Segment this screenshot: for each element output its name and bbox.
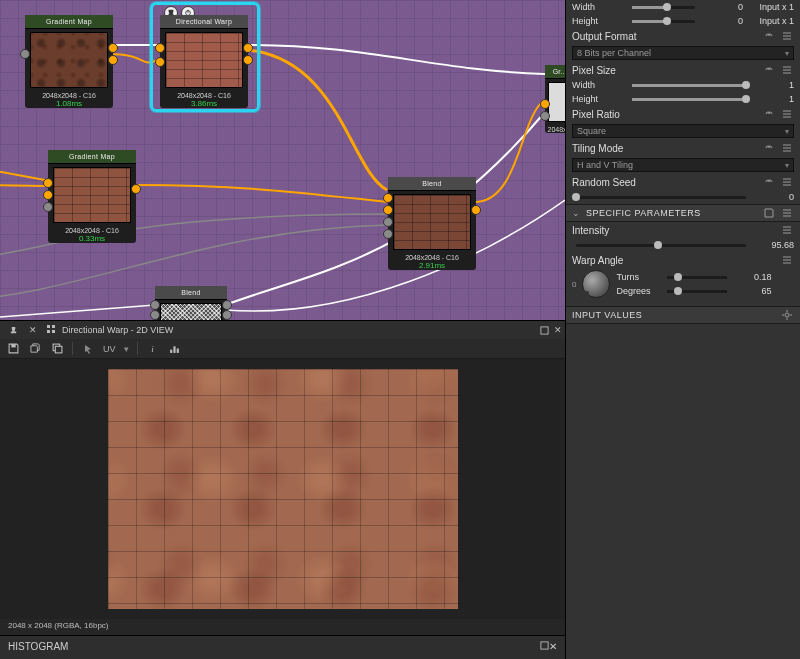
maximize-icon[interactable] [537,323,551,337]
node-gradient-map-1[interactable]: Gradient Map 2048x2048 - C16 1.08ms [25,15,113,108]
save-icon[interactable] [762,207,776,219]
section-title: INPUT VALUES [572,310,642,320]
angle-dial[interactable] [582,270,610,298]
maximize-icon[interactable] [540,641,549,652]
link-icon[interactable] [762,64,776,76]
menu-icon[interactable] [780,224,794,236]
output-port[interactable] [471,205,481,215]
save-all-icon[interactable] [28,342,42,356]
pixel-width-slider[interactable] [632,84,746,87]
copy-icon[interactable] [50,342,64,356]
view-2d-tabbar: ✕ Directional Warp - 2D VIEW ✕ [0,321,565,339]
input-port[interactable] [43,178,53,188]
node-blend-2[interactable]: Blend [155,286,227,320]
random-seed-value: 0 [756,192,794,202]
degrees-value: 65 [733,286,771,296]
node-directional-warp[interactable]: Directional Warp 2048x2048 - C16 3.86ms [160,15,248,108]
menu-icon[interactable] [780,142,794,154]
input-port[interactable] [383,229,393,239]
input-port[interactable] [540,99,550,109]
menu-icon[interactable] [780,64,794,76]
chevron-down-icon[interactable]: ▾ [124,344,129,354]
output-port[interactable] [243,55,253,65]
output-port[interactable] [222,300,232,310]
cursor-icon[interactable] [81,342,95,356]
pixel-width-label: Width [572,80,622,90]
chevron-down-icon: ▾ [785,161,789,170]
pin-icon[interactable] [6,323,20,337]
info-icon[interactable]: i [146,342,160,356]
section-input-values[interactable]: INPUT VALUES [566,306,800,324]
section-specific-parameters[interactable]: ⌄ SPECIFIC PARAMETERS [566,204,800,222]
output-port[interactable] [222,310,232,320]
input-port[interactable] [155,57,165,67]
close-icon[interactable]: ✕ [26,323,40,337]
uv-label[interactable]: UV [103,344,116,354]
input-port[interactable] [383,193,393,203]
turns-slider[interactable] [667,276,727,279]
output-port[interactable] [243,43,253,53]
input-port[interactable] [155,43,165,53]
input-port[interactable] [43,202,53,212]
node-gradient-map-2[interactable]: Gradient Map 2048x2048 - C16 0.33ms [48,150,136,243]
random-seed-row: Random Seed [566,174,800,190]
menu-icon[interactable] [780,30,794,42]
intensity-value: 95.68 [756,240,794,250]
view-2d-canvas[interactable] [0,359,565,619]
input-port[interactable] [43,190,53,200]
random-seed-slider-row: 0 [566,190,800,204]
output-format-dropdown[interactable]: 8 Bits per Channel▾ [572,46,794,60]
node-graph[interactable]: Gradient Map 2048x2048 - C16 1.08ms Dire… [0,0,565,320]
close-icon[interactable]: ✕ [549,641,557,652]
node-thumbnail [160,303,222,320]
input-port[interactable] [150,310,160,320]
input-port[interactable] [150,300,160,310]
pixel-ratio-dropdown[interactable]: Square▾ [572,124,794,138]
histogram-bar: HISTOGRAM ✕ [0,635,565,657]
input-port[interactable] [383,217,393,227]
node-title: Gradient Map [48,150,136,164]
width-slider[interactable] [632,6,695,9]
tiling-mode-label: Tiling Mode [572,143,623,154]
pixel-height-row: Height 1 [566,92,800,106]
output-port[interactable] [131,184,141,194]
menu-icon[interactable] [780,207,794,219]
random-seed-slider[interactable] [576,196,746,199]
close-icon[interactable]: ✕ [551,323,565,337]
menu-icon[interactable] [780,176,794,188]
svg-rect-7 [11,344,15,347]
node-partial-right[interactable]: Gr... 2048x... [545,65,565,133]
node-thumbnail [165,32,243,88]
output-port[interactable] [108,43,118,53]
input-port[interactable] [540,111,550,121]
degrees-slider[interactable] [667,290,727,293]
output-port[interactable] [108,55,118,65]
section-title: SPECIFIC PARAMETERS [586,208,701,218]
input-port[interactable] [20,49,30,59]
separator [137,342,138,355]
node-title: Gradient Map [25,15,113,29]
node-thumbnail [393,194,471,250]
link-icon[interactable] [762,142,776,154]
histogram-title[interactable]: HISTOGRAM [8,641,68,652]
view-2d-tab[interactable]: ✕ Directional Warp - 2D VIEW [0,321,179,339]
menu-icon[interactable] [780,108,794,120]
tiling-mode-dropdown[interactable]: H and V Tiling▾ [572,158,794,172]
height-row: Height 0 Input x 1 [566,14,800,28]
height-slider[interactable] [632,20,695,23]
link-icon[interactable] [762,108,776,120]
dropdown-value: Square [577,126,606,136]
gear-icon[interactable] [780,309,794,321]
histogram-icon[interactable] [168,342,182,356]
link-icon[interactable] [762,176,776,188]
pixel-height-slider[interactable] [632,98,746,101]
input-port[interactable] [383,205,393,215]
svg-rect-10 [170,350,172,353]
menu-icon[interactable] [780,254,794,266]
texture-preview [108,369,458,609]
node-blend-1[interactable]: Blend 2048x2048 - C16 2.91ms [388,177,476,270]
link-icon[interactable] [762,30,776,42]
node-resolution: 2048x2048 - C16 [160,92,248,99]
intensity-slider[interactable] [576,244,746,247]
save-icon[interactable] [6,342,20,356]
